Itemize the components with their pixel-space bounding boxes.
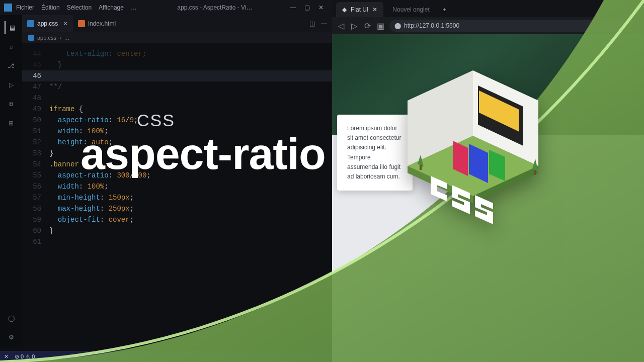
account-icon[interactable]: ◯	[5, 312, 18, 325]
code-line[interactable]: 60}	[22, 225, 332, 236]
line-number: 49	[22, 104, 49, 115]
window-maximize-button[interactable]: ▢	[300, 4, 314, 11]
remote-icon[interactable]: ⧉	[5, 98, 18, 111]
split-editor-icon[interactable]: ◫	[309, 20, 315, 27]
code-line[interactable]: 50 aspect-ratio: 16/9;	[22, 115, 332, 126]
code-content: width: 100%;	[49, 126, 109, 137]
address-bar[interactable]: ⬤ http://127.0.0.1:5500	[389, 20, 639, 32]
more-actions-icon[interactable]: ⋯	[321, 20, 327, 27]
code-content: aspect-ratio: 300/100;	[49, 170, 151, 181]
code-content	[49, 93, 53, 104]
menu-more[interactable]: …	[131, 4, 137, 11]
tab-label: app.css	[37, 20, 58, 27]
code-line[interactable]: 51 width: 100%;	[22, 126, 332, 137]
code-line[interactable]: 56 width: 100%;	[22, 181, 332, 192]
tab-app-css[interactable]: app.css ✕	[22, 15, 73, 32]
vscode-window: Fichier Édition Sélection Affichage … ap…	[0, 0, 332, 362]
breadcrumb[interactable]: app.css › …	[22, 32, 332, 43]
site-info-icon: ⬤	[394, 22, 401, 29]
home-icon[interactable]: ▣	[376, 21, 384, 31]
code-line[interactable]: 53}	[22, 148, 332, 159]
code-line[interactable]: 48	[22, 93, 332, 104]
line-number: 48	[22, 93, 49, 104]
line-number: 59	[22, 214, 49, 225]
activity-bar: ▤ ⌕ ⎇ ▷ ⧉ ⊞ ◯ ⚙	[0, 15, 22, 347]
line-number: 46	[22, 70, 49, 81]
line-number: 58	[22, 203, 49, 214]
new-tab-button[interactable]: +	[439, 2, 450, 17]
code-line[interactable]: 59 object-fit: cover;	[22, 214, 332, 225]
code-line[interactable]: 47**/	[22, 81, 332, 93]
code-line[interactable]: 46	[22, 70, 332, 81]
code-line[interactable]: 52 height: auto;	[22, 137, 332, 148]
menu-file[interactable]: Fichier	[16, 4, 34, 11]
reload-icon[interactable]: ⟳	[363, 21, 371, 31]
breadcrumb-sep: ›	[59, 35, 61, 41]
line-number: 50	[22, 115, 49, 126]
line-number: 45	[22, 59, 49, 70]
code-line[interactable]: 44 text-align: center;	[22, 48, 332, 59]
code-line[interactable]: 58 max-height: 250px;	[22, 203, 332, 214]
menu-edit[interactable]: Édition	[41, 4, 60, 11]
code-line[interactable]: 54.banner {	[22, 159, 332, 170]
status-remote-icon[interactable]: ✕	[4, 353, 9, 360]
window-minimize-button[interactable]: —	[286, 4, 300, 11]
code-content: .banner {	[49, 159, 88, 170]
settings-gear-icon[interactable]: ⚙	[5, 331, 18, 344]
code-content: text-align: center;	[49, 48, 146, 59]
tab-label: index.html	[88, 20, 116, 27]
code-line[interactable]: 45 }	[22, 59, 332, 70]
code-content: }	[49, 59, 62, 70]
tab-close-icon[interactable]: ✕	[372, 6, 377, 13]
browser-toolbar: ◁ ▷ ⟳ ▣ ⬤ http://127.0.0.1:5500	[332, 17, 644, 34]
plus-icon: +	[443, 6, 446, 13]
code-content	[49, 236, 53, 247]
browser-tab-label: Flat UI	[351, 6, 368, 13]
code-content: object-fit: cover;	[49, 214, 134, 225]
search-icon[interactable]: ⌕	[5, 40, 18, 53]
code-content: min-height: 150px;	[49, 192, 134, 203]
favicon-icon: ◆	[342, 6, 347, 13]
content-card: Lorem ipsum dolor sit amet consectetur a…	[337, 115, 413, 191]
window-title: app.css - AspectRatio - Vi…	[144, 4, 286, 11]
browser-window: ◆ Flat UI ✕ Nouvel onglet + ◁ ▷ ⟳ ▣ ⬤ ht…	[332, 0, 644, 362]
tab-index-html[interactable]: index.html	[73, 15, 121, 32]
explorer-icon[interactable]: ▤	[5, 21, 18, 34]
code-content: max-height: 250px;	[49, 203, 134, 214]
code-content: width: 100%;	[49, 181, 109, 192]
url-text: http://127.0.0.1:5500	[404, 22, 459, 29]
code-line[interactable]: 61	[22, 236, 332, 247]
code-content: height: auto;	[49, 137, 113, 148]
extensions-icon[interactable]: ⊞	[5, 117, 18, 130]
forward-icon[interactable]: ▷	[350, 21, 358, 31]
source-control-icon[interactable]: ⎇	[5, 59, 18, 72]
line-number: 53	[22, 148, 49, 159]
code-line[interactable]: 55 aspect-ratio: 300/100;	[22, 170, 332, 181]
line-number: 56	[22, 181, 49, 192]
css-file-icon	[27, 20, 34, 27]
code-content	[49, 70, 53, 81]
breadcrumb-file: app.css	[37, 35, 56, 41]
code-content: iframe {	[49, 104, 83, 115]
code-line[interactable]: 57 min-height: 150px;	[22, 192, 332, 203]
back-icon[interactable]: ◁	[337, 21, 345, 31]
editor-tabs: app.css ✕ index.html ◫ ⋯	[22, 15, 332, 32]
line-number: 51	[22, 126, 49, 137]
menu-selection[interactable]: Sélection	[67, 4, 92, 11]
code-editor[interactable]: 44 text-align: center;45 }46 47**/48 49i…	[22, 43, 332, 351]
code-line[interactable]: 49iframe {	[22, 104, 332, 115]
browser-tab-inactive[interactable]: Nouvel onglet	[386, 2, 435, 17]
line-number: 52	[22, 137, 49, 148]
browser-tab-active[interactable]: ◆ Flat UI ✕	[336, 2, 383, 17]
code-content: }	[49, 225, 53, 236]
status-problems[interactable]: ⊘ 0 ⚠ 0	[15, 353, 35, 360]
breadcrumb-extra: …	[64, 35, 70, 41]
debug-icon[interactable]: ▷	[5, 78, 18, 92]
line-number: 54	[22, 159, 49, 170]
tab-close-icon[interactable]: ✕	[63, 20, 68, 27]
menu-view[interactable]: Affichage	[99, 4, 124, 11]
line-number: 61	[22, 236, 49, 247]
status-bar: ✕ ⊘ 0 ⚠ 0	[0, 351, 332, 362]
page-viewport: Lorem ipsum dolor sit amet consectetur a…	[332, 34, 644, 362]
window-close-button[interactable]: ✕	[314, 4, 328, 11]
